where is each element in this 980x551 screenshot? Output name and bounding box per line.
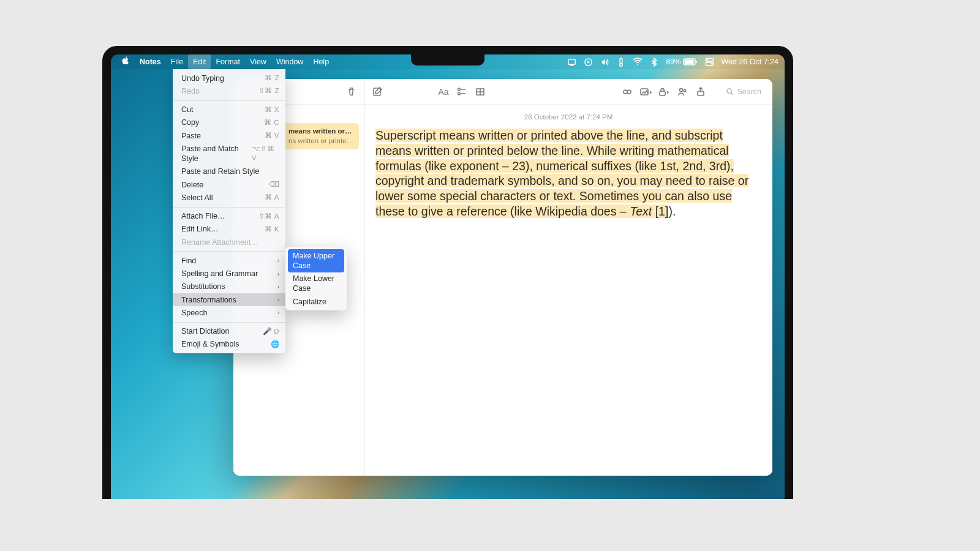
menu-emoji-symbols[interactable]: Emoji & Symbols🌐 (173, 338, 285, 351)
svg-point-36 (727, 89, 731, 93)
menu-rename-attachment: Rename Attachment… (173, 236, 285, 249)
menu-copy[interactable]: Copy⌘ C (173, 116, 285, 129)
svg-point-6 (637, 64, 638, 66)
transformations-submenu: Make Upper Case Make Lower Case Capitali… (285, 247, 347, 310)
display-notch (411, 54, 484, 66)
svg-point-29 (624, 90, 627, 94)
search-field[interactable]: Search (721, 86, 766, 98)
svg-rect-8 (685, 60, 694, 64)
menu-view[interactable]: View (245, 54, 271, 69)
menu-edit[interactable]: Edit (188, 54, 211, 69)
control-center-icon[interactable] (704, 57, 714, 67)
menu-redo: Redo⇧⌘ Z (173, 84, 285, 97)
menu-window[interactable]: Window (271, 54, 308, 69)
battery-status[interactable]: 89% (666, 58, 698, 66)
menu-delete[interactable]: Delete⌫ (173, 178, 285, 191)
menu-help[interactable]: Help (308, 54, 334, 69)
menu-separator (173, 322, 285, 323)
note-date-header: 26 October 2022 at 7:24 PM (364, 105, 772, 126)
svg-point-30 (627, 90, 631, 94)
svg-rect-32 (660, 91, 665, 96)
laptop-frame: Notes File Edit Format View Window Help … (102, 46, 793, 499)
svg-rect-0 (568, 59, 575, 64)
delete-note-icon[interactable] (344, 85, 358, 99)
menu-select-all[interactable]: Select All⌘ A (173, 191, 285, 204)
menu-make-lower-case[interactable]: Make Lower Case (288, 272, 344, 296)
link-icon[interactable] (620, 85, 634, 99)
app-menu-notes[interactable]: Notes (135, 54, 166, 69)
menu-separator (173, 207, 285, 208)
volume-icon[interactable] (600, 57, 609, 67)
menu-substitutions[interactable]: Substitutions› (173, 280, 285, 293)
svg-point-11 (706, 59, 707, 61)
menu-file[interactable]: File (166, 54, 188, 69)
svg-point-33 (680, 88, 683, 91)
table-icon[interactable] (473, 85, 487, 99)
search-placeholder: Search (737, 88, 761, 96)
svg-point-13 (711, 63, 712, 64)
chevron-right-icon: › (277, 257, 279, 264)
selected-text: Superscript means written or printed abo… (375, 129, 748, 218)
svg-rect-4 (620, 58, 623, 63)
menu-separator (173, 251, 285, 252)
svg-point-5 (620, 63, 623, 66)
svg-point-22 (458, 88, 461, 91)
collaborate-icon[interactable] (676, 85, 689, 99)
menu-start-dictation[interactable]: Start Dictation🎤 D (173, 325, 285, 338)
wifi-icon[interactable] (633, 57, 643, 67)
chevron-right-icon: › (277, 309, 279, 317)
menu-make-upper-case[interactable]: Make Upper Case (288, 249, 344, 272)
chevron-right-icon: › (277, 270, 279, 278)
display-icon[interactable] (567, 57, 576, 67)
menu-undo[interactable]: Undo Typing⌘ Z (173, 72, 285, 84)
svg-point-24 (458, 92, 461, 95)
menu-speech[interactable]: Speech› (173, 306, 285, 319)
menu-cut[interactable]: Cut⌘ X (173, 103, 285, 116)
chevron-right-icon: › (277, 283, 279, 291)
chevron-right-icon: › (277, 296, 279, 304)
svg-rect-9 (696, 61, 697, 63)
svg-point-34 (684, 89, 687, 92)
battery-temp-icon[interactable] (616, 57, 626, 67)
menu-find[interactable]: Find› (173, 254, 285, 267)
battery-percent: 89% (666, 58, 680, 66)
menubar-clock[interactable]: Wed 26 Oct 7:24 (721, 58, 778, 66)
new-note-icon[interactable] (371, 85, 384, 99)
edit-menu-dropdown: Undo Typing⌘ Z Redo⇧⌘ Z Cut⌘ X Copy⌘ C P… (173, 69, 285, 353)
share-icon[interactable] (694, 85, 707, 99)
menu-attach-file[interactable]: Attach File…⇧⌘ A (173, 210, 285, 223)
editor-toolbar: Aa Search (364, 79, 772, 105)
media-icon[interactable] (639, 85, 652, 99)
note-list-item[interactable]: means written or… ns written or printed… (284, 123, 359, 149)
menu-capitalize[interactable]: Capitalize (288, 295, 344, 308)
menu-transformations[interactable]: Transformations› (173, 293, 285, 306)
bluetooth-icon[interactable] (649, 57, 659, 67)
note-item-title: means written or… (288, 127, 354, 137)
apple-menu[interactable] (117, 54, 135, 69)
svg-line-37 (731, 92, 733, 94)
desktop: Notes File Edit Format View Window Help … (111, 54, 785, 499)
menu-paste-retain[interactable]: Paste and Retain Style (173, 165, 285, 178)
font-style-icon[interactable]: Aa (437, 85, 450, 99)
lock-icon[interactable] (657, 85, 671, 99)
screen-mirroring-icon[interactable] (583, 57, 593, 67)
menu-edit-link[interactable]: Edit Link…⌘ K (173, 223, 285, 236)
editor-column: Aa Search 26 October 2022 at 7:24 PM (364, 79, 772, 476)
menu-paste[interactable]: Paste⌘ V (173, 129, 285, 142)
menu-paste-match[interactable]: Paste and Match Style⌥⇧⌘ V (173, 142, 285, 165)
menu-format[interactable]: Format (211, 54, 245, 69)
svg-marker-3 (587, 61, 590, 64)
menu-separator (173, 100, 285, 101)
note-item-preview: ns written or printed… (288, 137, 354, 146)
menu-spelling[interactable]: Spelling and Grammar› (173, 268, 285, 280)
note-body[interactable]: Superscript means written or printed abo… (364, 126, 772, 230)
checklist-icon[interactable] (455, 85, 469, 99)
